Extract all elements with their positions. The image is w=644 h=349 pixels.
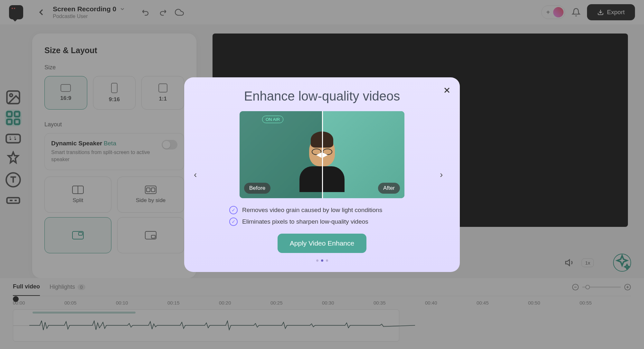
apply-enhance-button[interactable]: Apply Video Enhance xyxy=(278,234,366,253)
close-button[interactable] xyxy=(442,86,451,95)
carousel-dot[interactable] xyxy=(316,259,318,262)
before-label: Before xyxy=(244,183,270,194)
check-icon: ✓ xyxy=(229,206,238,214)
feature-bullet: ✓ Removes video grain caused by low ligh… xyxy=(229,206,447,214)
modal-overlay[interactable]: Enhance low-quality videos ‹ › ON AIR ◀▶… xyxy=(0,0,644,349)
modal-title: Enhance low-quality videos xyxy=(197,89,447,103)
after-label: After xyxy=(378,183,400,194)
modal-prev-button[interactable]: ‹ xyxy=(194,170,204,180)
before-after-compare[interactable]: ON AIR ◀▶ Before After xyxy=(240,111,404,198)
enhance-modal: Enhance low-quality videos ‹ › ON AIR ◀▶… xyxy=(184,77,460,272)
modal-next-button[interactable]: › xyxy=(440,170,450,180)
feature-bullet: ✓ Eliminates pixels to sharpen low-quali… xyxy=(229,218,447,226)
carousel-dot[interactable] xyxy=(321,259,323,262)
compare-handle-icon[interactable]: ◀▶ xyxy=(316,150,328,159)
carousel-dot[interactable] xyxy=(326,259,328,262)
check-icon: ✓ xyxy=(229,218,238,226)
carousel-dots xyxy=(197,259,447,262)
neon-sign: ON AIR xyxy=(262,116,283,123)
